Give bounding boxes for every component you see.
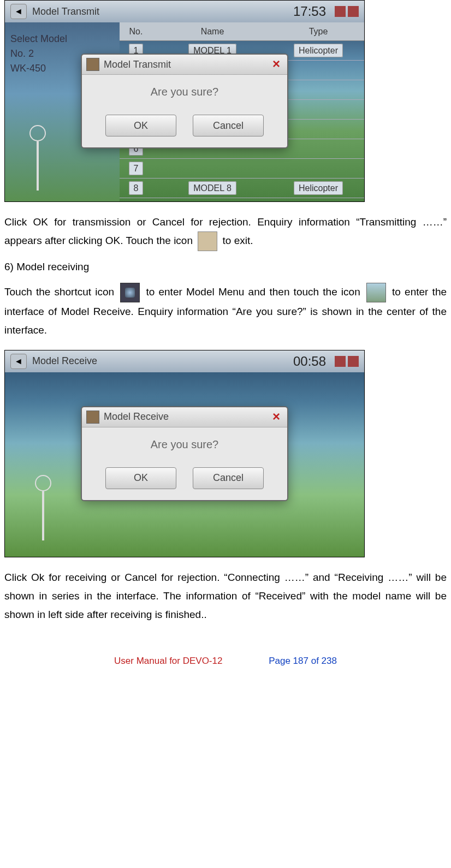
body-paragraph: Click OK for transmission or Cancel for … <box>4 213 447 251</box>
dialog-title: Model Transmit <box>104 59 270 70</box>
status-bar: ◄ Model Transmit 17:53 <box>5 1 364 22</box>
wind-turbine-graphic <box>21 125 54 191</box>
body-paragraph: Touch the shortcut icon to enter Model M… <box>4 283 447 340</box>
back-arrow-icon: ◄ <box>14 7 23 16</box>
status-icons <box>335 356 359 367</box>
close-icon[interactable]: × <box>270 58 283 71</box>
status-icons <box>335 6 359 17</box>
text-run: to enter Model Menu and then touch the i… <box>146 286 364 298</box>
battery-icon <box>348 6 359 17</box>
model-receive-icon <box>366 283 386 302</box>
exit-icon <box>198 231 217 251</box>
close-icon[interactable]: × <box>270 411 283 424</box>
signal-icon <box>335 356 346 367</box>
confirm-dialog: Model Receive × Are you sure? OK Cancel <box>81 406 288 501</box>
screen-title: Model Transmit <box>32 6 293 17</box>
ok-button[interactable]: OK <box>105 115 176 136</box>
sidebar-label: Select Model <box>10 33 114 45</box>
wind-turbine-graphic <box>27 475 60 540</box>
status-bar: ◄ Model Receive 00:58 <box>5 350 364 372</box>
dialog-titlebar: Model Receive × <box>82 407 287 427</box>
cell-no: 8 <box>129 181 144 195</box>
dialog-title: Model Receive <box>104 411 270 423</box>
header-name: Name <box>152 27 272 37</box>
back-arrow-icon: ◄ <box>14 356 23 366</box>
ok-button[interactable]: OK <box>105 467 176 489</box>
screen-title: Model Receive <box>32 355 293 367</box>
cancel-button[interactable]: Cancel <box>193 467 264 489</box>
text-run: Touch the shortcut icon <box>4 286 118 298</box>
table-row[interactable]: 8 MODEL 8 Helicopter <box>120 179 364 198</box>
footer-page-number: Page 187 of 238 <box>269 656 337 666</box>
back-button[interactable]: ◄ <box>10 354 27 369</box>
confirm-dialog: Model Transmit × Are you sure? OK Cancel <box>81 53 288 148</box>
cell-name: MODEL 8 <box>188 181 236 195</box>
dialog-titlebar: Model Transmit × <box>82 55 287 75</box>
screenshot-model-receive: ◄ Model Receive 00:58 Model Receive × Ar… <box>4 350 365 557</box>
screenshot-model-transmit: ◄ Model Transmit 17:53 Select Model No. … <box>4 0 365 202</box>
cancel-button[interactable]: Cancel <box>193 115 264 136</box>
header-type: Type <box>272 27 364 37</box>
cell-no: 7 <box>129 162 144 175</box>
footer-doc-title: User Manual for DEVO-12 <box>114 656 222 666</box>
dialog-message: Are you sure? <box>82 427 287 462</box>
dialog-buttons: OK Cancel <box>82 462 287 500</box>
header-no: No. <box>120 27 152 37</box>
body-paragraph: Click Ok for receiving or Cancel for rej… <box>4 568 447 625</box>
back-button[interactable]: ◄ <box>10 4 27 19</box>
signal-icon <box>335 6 346 17</box>
cell-type: Helicopter <box>294 44 343 57</box>
battery-icon <box>348 356 359 367</box>
cell-type: Helicopter <box>294 181 343 195</box>
page-footer: User Manual for DEVO-12 Page 187 of 238 <box>0 634 451 677</box>
dialog-buttons: OK Cancel <box>82 109 287 147</box>
text-run: to exit. <box>223 235 253 246</box>
dialog-message: Are you sure? <box>82 75 287 109</box>
dialog-icon <box>86 411 99 424</box>
table-row[interactable]: 7 <box>120 159 364 179</box>
model-menu-shortcut-icon <box>120 283 140 302</box>
section-heading: 6) Model receiving <box>4 261 447 273</box>
dialog-icon <box>86 58 99 71</box>
table-header: No. Name Type <box>120 22 364 41</box>
